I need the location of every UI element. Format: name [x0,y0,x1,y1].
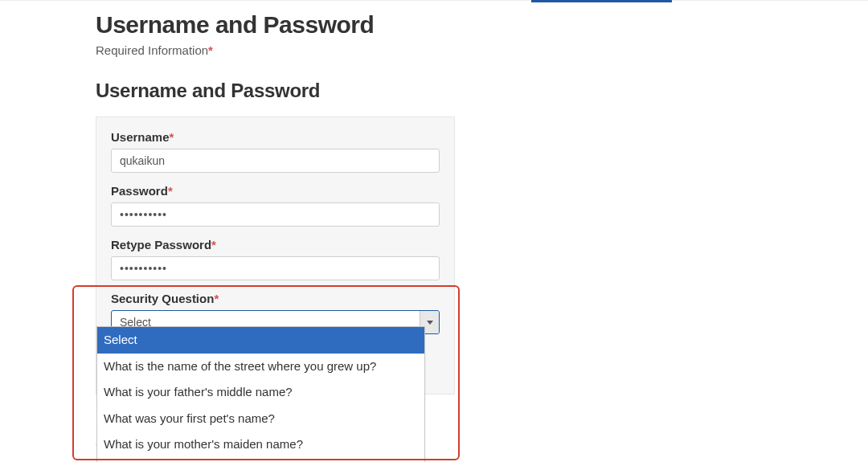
top-divider [0,0,868,1]
dropdown-option[interactable]: What is the name of the street where you… [97,354,424,380]
dropdown-option[interactable]: What is your father's middle name? [97,379,424,406]
main-content: Username and Password Required Informati… [96,0,819,395]
dropdown-option[interactable]: What was your first pet's name? [97,406,424,432]
required-asterisk: * [208,43,213,57]
retype-password-input[interactable] [111,256,440,280]
username-input[interactable] [111,149,440,173]
required-info-label: Required Information* [96,43,819,57]
username-label: Username* [111,130,440,144]
password-group: Password* [111,184,440,227]
password-label: Password* [111,184,440,198]
credentials-form-card: Username* Password* Retype Password* Sec… [96,117,455,395]
page-title: Username and Password [96,11,819,39]
password-input[interactable] [111,202,440,227]
dropdown-option[interactable]: What is your mother's maiden name? [97,431,424,458]
retype-password-label: Retype Password* [111,238,440,251]
security-question-label: Security Question* [111,292,440,305]
dropdown-option[interactable]: Select [97,327,424,354]
dropdown-option[interactable]: In what city were you born? [97,458,424,463]
section-title: Username and Password [96,80,819,102]
security-question-dropdown[interactable]: SelectWhat is the name of the street whe… [96,326,425,462]
active-tab-indicator [531,0,672,2]
username-group: Username* [111,130,440,173]
chevron-down-icon [427,321,433,325]
retype-password-group: Retype Password* [111,238,440,280]
